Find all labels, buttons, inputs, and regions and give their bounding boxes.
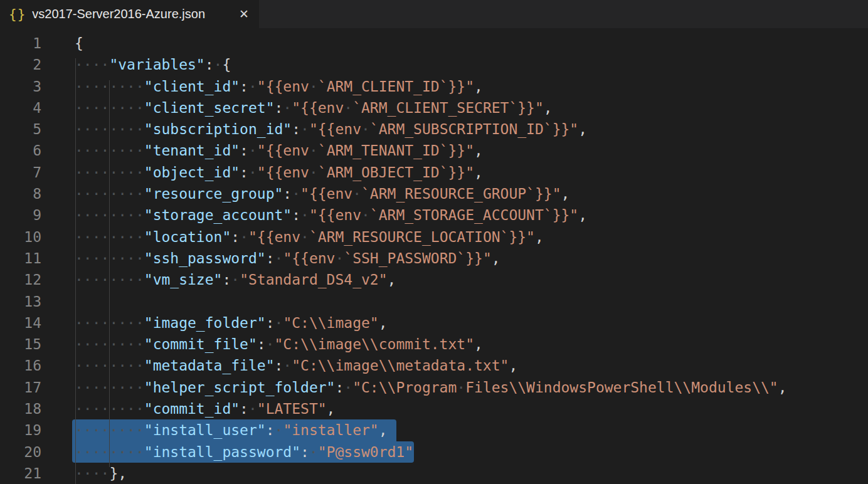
code-text: ········"tenant_id":·"{{env·`ARM_TENANT_…	[75, 142, 483, 159]
code-text: ········"subscription_id":·"{{env·`ARM_S…	[75, 121, 587, 137]
code-line[interactable]: 12········"vm_size":·"Standard_DS4_v2",	[0, 269, 868, 290]
token-whitespace: ·	[240, 229, 248, 245]
token-punctuation: ,	[388, 271, 396, 288]
tab-close-icon[interactable]: ✕	[239, 8, 249, 20]
token-punctuation: {	[75, 35, 83, 51]
token-whitespace: ········	[75, 357, 144, 374]
code-line[interactable]: 13	[0, 291, 868, 312]
code-line[interactable]: 6········"tenant_id":·"{{env·`ARM_TENANT…	[0, 140, 868, 161]
token-punctuation: ,	[379, 422, 388, 438]
code-line[interactable]: 1{	[0, 33, 868, 54]
token-string: "C:\\Program	[352, 379, 457, 396]
token-key: "ssh_password"	[144, 250, 266, 266]
token-whitespace: ········	[75, 186, 144, 202]
token-whitespace: ·	[283, 100, 292, 116]
token-punctuation: },	[109, 465, 127, 481]
token-punctuation: :	[292, 121, 300, 137]
line-number[interactable]: 9	[0, 204, 41, 226]
token-string: "Standard_DS4_v2"	[240, 271, 387, 288]
token-string: "{{env	[257, 142, 309, 159]
code-text: ····"variables":·{	[75, 56, 231, 73]
code-line[interactable]: 3········"client_id":·"{{env·`ARM_CLIENT…	[0, 76, 868, 97]
code-line[interactable]: 17········"helper_script_folder":·"C:\\P…	[0, 377, 868, 398]
code-line[interactable]: 4········"client_secret":·"{{env·`ARM_CL…	[0, 97, 868, 118]
line-number[interactable]: 7	[0, 162, 41, 183]
line-number[interactable]: 15	[0, 334, 41, 355]
code-line[interactable]: 15········"commit_file":·"C:\\image\\com…	[0, 334, 868, 355]
line-number[interactable]: 17	[0, 377, 41, 398]
token-punctuation: ,	[535, 229, 544, 245]
line-number[interactable]: 6	[0, 140, 41, 161]
line-number[interactable]: 4	[0, 97, 41, 118]
editor[interactable]: 1{2····"variables":·{3········"client_id…	[0, 28, 868, 484]
line-number[interactable]: 19	[0, 419, 41, 441]
token-punctuation: ,	[778, 379, 787, 396]
line-number[interactable]: 21	[0, 463, 41, 484]
code-line[interactable]: 5········"subscription_id":·"{{env·`ARM_…	[0, 118, 868, 140]
line-number[interactable]: 16	[0, 355, 41, 376]
line-number[interactable]: 11	[0, 248, 41, 269]
token-key: "resource_group"	[144, 186, 283, 202]
code-line[interactable]: 7········"object_id":·"{{env·`ARM_OBJECT…	[0, 162, 868, 183]
code-line[interactable]: 21····},	[0, 463, 868, 484]
code-line[interactable]: 20········"install_password":·"P@ssw0rd1…	[0, 441, 868, 463]
code-text: ········"ssh_password":·"{{env·`SSH_PASS…	[75, 250, 500, 266]
token-string: "{{env	[300, 186, 352, 202]
line-number[interactable]: 2	[0, 54, 41, 75]
token-string: `ARM_RESOURCE_GROUP`}}"	[361, 186, 561, 202]
line-number[interactable]: 3	[0, 76, 41, 97]
tab-bar: {} vs2017-Server2016-Azure.json ✕	[0, 0, 868, 28]
token-string: "{{env	[257, 164, 309, 181]
code-line[interactable]: 16········"metadata_file":·"C:\\image\\m…	[0, 355, 868, 376]
line-number[interactable]: 20	[0, 441, 41, 463]
token-string: "{{env	[309, 121, 361, 137]
line-number[interactable]: 13	[0, 291, 41, 312]
token-punctuation: :	[240, 78, 248, 95]
code-line[interactable]: 11········"ssh_password":·"{{env·`SSH_PA…	[0, 248, 868, 269]
token-whitespace: ·	[275, 250, 283, 266]
token-string: `ARM_TENANT_ID`}}"	[318, 142, 474, 159]
token-whitespace: ·	[266, 336, 275, 352]
code-line[interactable]: 18········"commit_id":·"LATEST",	[0, 398, 868, 419]
code-text: ····},	[75, 465, 127, 481]
token-whitespace: ········	[75, 336, 144, 352]
line-number[interactable]: 18	[0, 398, 41, 419]
token-key: "location"	[144, 229, 231, 245]
code-line[interactable]: 10········"location":·"{{env·`ARM_RESOUR…	[0, 226, 868, 248]
token-punctuation: ,	[379, 315, 388, 331]
token-whitespace: ········	[75, 315, 144, 331]
code-line[interactable]: 14········"image_folder":·"C:\\image",	[0, 312, 868, 334]
code-text: ········"location":·"{{env·`ARM_RESOURCE…	[75, 229, 544, 245]
token-key: "install_password"	[144, 444, 300, 460]
line-number[interactable]: 1	[0, 33, 41, 54]
token-key: "metadata_file"	[144, 357, 275, 374]
tab-active-file[interactable]: {} vs2017-Server2016-Azure.json ✕	[0, 0, 259, 28]
code-line[interactable]: 2····"variables":·{	[0, 54, 868, 75]
token-punctuation: ,	[544, 100, 553, 116]
token-string: "{{env	[248, 229, 300, 245]
line-number[interactable]: 12	[0, 269, 41, 290]
token-punctuation: :	[240, 142, 248, 159]
code-line[interactable]: 8········"resource_group":·"{{env·`ARM_R…	[0, 183, 868, 204]
token-key: "install_user"	[144, 422, 266, 438]
token-punctuation: :	[231, 229, 240, 245]
token-whitespace: ·	[309, 164, 318, 181]
tab-title: vs2017-Server2016-Azure.json	[32, 7, 205, 21]
line-number[interactable]: 8	[0, 183, 41, 204]
line-number[interactable]: 5	[0, 118, 41, 140]
token-whitespace: ·	[248, 142, 257, 159]
token-punctuation: ,	[509, 357, 517, 374]
token-string: Files\\WindowsPowerShell\\Modules\\"	[465, 379, 778, 396]
token-whitespace: ········	[75, 401, 144, 417]
line-number[interactable]: 10	[0, 226, 41, 248]
line-number[interactable]: 14	[0, 312, 41, 334]
token-whitespace: ········	[75, 207, 144, 223]
token-whitespace: ·	[335, 250, 344, 266]
code-line[interactable]: 19········"install_user":·"installer",	[0, 419, 868, 441]
token-key: "variables"	[109, 56, 204, 73]
token-whitespace: ········	[75, 250, 144, 266]
code-line[interactable]: 9········"storage_account":·"{{env·`ARM_…	[0, 204, 868, 226]
token-whitespace: ········	[75, 121, 144, 137]
token-punctuation: :	[275, 357, 283, 374]
token-whitespace: ·	[275, 315, 283, 331]
